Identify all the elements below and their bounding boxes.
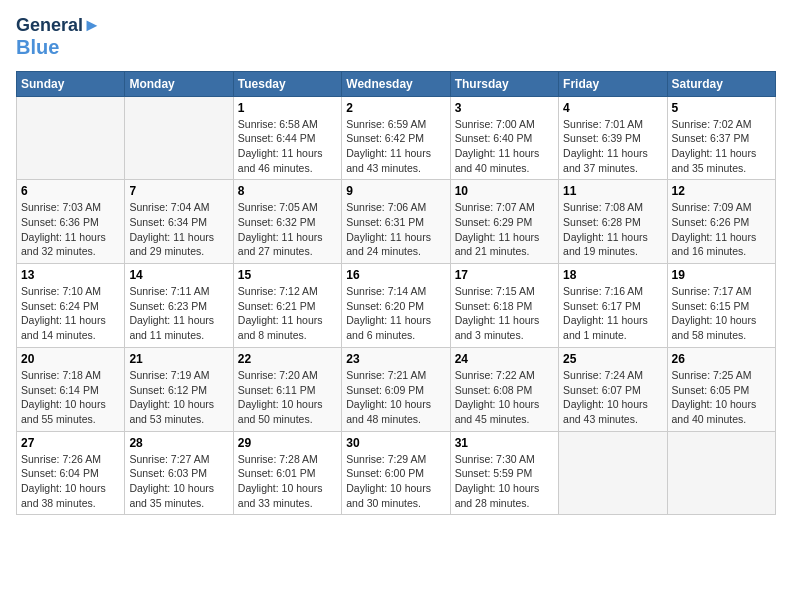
calendar-week-5: 27Sunrise: 7:26 AMSunset: 6:04 PMDayligh… (17, 431, 776, 515)
day-info: Sunrise: 7:16 AMSunset: 6:17 PMDaylight:… (563, 284, 662, 343)
calendar-cell: 2Sunrise: 6:59 AMSunset: 6:42 PMDaylight… (342, 96, 450, 180)
calendar-cell: 11Sunrise: 7:08 AMSunset: 6:28 PMDayligh… (559, 180, 667, 264)
day-number: 2 (346, 101, 445, 115)
calendar-cell: 10Sunrise: 7:07 AMSunset: 6:29 PMDayligh… (450, 180, 558, 264)
day-info: Sunrise: 7:15 AMSunset: 6:18 PMDaylight:… (455, 284, 554, 343)
day-info: Sunrise: 7:18 AMSunset: 6:14 PMDaylight:… (21, 368, 120, 427)
calendar-cell (559, 431, 667, 515)
day-info: Sunrise: 7:03 AMSunset: 6:36 PMDaylight:… (21, 200, 120, 259)
col-header-sunday: Sunday (17, 71, 125, 96)
day-info: Sunrise: 7:11 AMSunset: 6:23 PMDaylight:… (129, 284, 228, 343)
day-info: Sunrise: 7:08 AMSunset: 6:28 PMDaylight:… (563, 200, 662, 259)
day-number: 16 (346, 268, 445, 282)
calendar-table: SundayMondayTuesdayWednesdayThursdayFrid… (16, 71, 776, 516)
day-number: 12 (672, 184, 771, 198)
calendar-cell: 28Sunrise: 7:27 AMSunset: 6:03 PMDayligh… (125, 431, 233, 515)
calendar-cell: 21Sunrise: 7:19 AMSunset: 6:12 PMDayligh… (125, 347, 233, 431)
calendar-cell (17, 96, 125, 180)
calendar-cell: 17Sunrise: 7:15 AMSunset: 6:18 PMDayligh… (450, 264, 558, 348)
calendar-week-4: 20Sunrise: 7:18 AMSunset: 6:14 PMDayligh… (17, 347, 776, 431)
day-number: 5 (672, 101, 771, 115)
day-info: Sunrise: 6:59 AMSunset: 6:42 PMDaylight:… (346, 117, 445, 176)
calendar-cell: 26Sunrise: 7:25 AMSunset: 6:05 PMDayligh… (667, 347, 775, 431)
day-number: 13 (21, 268, 120, 282)
calendar-cell: 5Sunrise: 7:02 AMSunset: 6:37 PMDaylight… (667, 96, 775, 180)
day-info: Sunrise: 7:29 AMSunset: 6:00 PMDaylight:… (346, 452, 445, 511)
day-info: Sunrise: 7:27 AMSunset: 6:03 PMDaylight:… (129, 452, 228, 511)
day-number: 17 (455, 268, 554, 282)
calendar-cell: 24Sunrise: 7:22 AMSunset: 6:08 PMDayligh… (450, 347, 558, 431)
day-info: Sunrise: 7:04 AMSunset: 6:34 PMDaylight:… (129, 200, 228, 259)
day-number: 6 (21, 184, 120, 198)
calendar-cell: 3Sunrise: 7:00 AMSunset: 6:40 PMDaylight… (450, 96, 558, 180)
day-number: 8 (238, 184, 337, 198)
day-info: Sunrise: 7:30 AMSunset: 5:59 PMDaylight:… (455, 452, 554, 511)
day-info: Sunrise: 7:28 AMSunset: 6:01 PMDaylight:… (238, 452, 337, 511)
day-info: Sunrise: 7:09 AMSunset: 6:26 PMDaylight:… (672, 200, 771, 259)
day-info: Sunrise: 7:21 AMSunset: 6:09 PMDaylight:… (346, 368, 445, 427)
day-number: 20 (21, 352, 120, 366)
col-header-friday: Friday (559, 71, 667, 96)
calendar-cell: 12Sunrise: 7:09 AMSunset: 6:26 PMDayligh… (667, 180, 775, 264)
logo-text: General►Blue (16, 16, 101, 59)
logo-general: General (16, 15, 83, 35)
calendar-cell: 20Sunrise: 7:18 AMSunset: 6:14 PMDayligh… (17, 347, 125, 431)
day-info: Sunrise: 6:58 AMSunset: 6:44 PMDaylight:… (238, 117, 337, 176)
day-number: 19 (672, 268, 771, 282)
day-number: 4 (563, 101, 662, 115)
day-number: 18 (563, 268, 662, 282)
day-info: Sunrise: 7:19 AMSunset: 6:12 PMDaylight:… (129, 368, 228, 427)
calendar-cell (125, 96, 233, 180)
day-info: Sunrise: 7:01 AMSunset: 6:39 PMDaylight:… (563, 117, 662, 176)
calendar-week-2: 6Sunrise: 7:03 AMSunset: 6:36 PMDaylight… (17, 180, 776, 264)
day-number: 21 (129, 352, 228, 366)
calendar-cell: 1Sunrise: 6:58 AMSunset: 6:44 PMDaylight… (233, 96, 341, 180)
day-info: Sunrise: 7:17 AMSunset: 6:15 PMDaylight:… (672, 284, 771, 343)
calendar-cell: 9Sunrise: 7:06 AMSunset: 6:31 PMDaylight… (342, 180, 450, 264)
day-number: 24 (455, 352, 554, 366)
calendar-cell: 30Sunrise: 7:29 AMSunset: 6:00 PMDayligh… (342, 431, 450, 515)
calendar-cell: 16Sunrise: 7:14 AMSunset: 6:20 PMDayligh… (342, 264, 450, 348)
calendar-cell: 19Sunrise: 7:17 AMSunset: 6:15 PMDayligh… (667, 264, 775, 348)
day-number: 22 (238, 352, 337, 366)
day-number: 1 (238, 101, 337, 115)
day-number: 10 (455, 184, 554, 198)
calendar-week-3: 13Sunrise: 7:10 AMSunset: 6:24 PMDayligh… (17, 264, 776, 348)
col-header-tuesday: Tuesday (233, 71, 341, 96)
day-number: 26 (672, 352, 771, 366)
day-info: Sunrise: 7:24 AMSunset: 6:07 PMDaylight:… (563, 368, 662, 427)
day-info: Sunrise: 7:06 AMSunset: 6:31 PMDaylight:… (346, 200, 445, 259)
day-info: Sunrise: 7:10 AMSunset: 6:24 PMDaylight:… (21, 284, 120, 343)
day-number: 31 (455, 436, 554, 450)
calendar-cell: 4Sunrise: 7:01 AMSunset: 6:39 PMDaylight… (559, 96, 667, 180)
calendar-cell: 29Sunrise: 7:28 AMSunset: 6:01 PMDayligh… (233, 431, 341, 515)
day-number: 30 (346, 436, 445, 450)
col-header-monday: Monday (125, 71, 233, 96)
day-info: Sunrise: 7:02 AMSunset: 6:37 PMDaylight:… (672, 117, 771, 176)
day-info: Sunrise: 7:07 AMSunset: 6:29 PMDaylight:… (455, 200, 554, 259)
day-info: Sunrise: 7:05 AMSunset: 6:32 PMDaylight:… (238, 200, 337, 259)
col-header-wednesday: Wednesday (342, 71, 450, 96)
calendar-cell: 7Sunrise: 7:04 AMSunset: 6:34 PMDaylight… (125, 180, 233, 264)
calendar-cell: 25Sunrise: 7:24 AMSunset: 6:07 PMDayligh… (559, 347, 667, 431)
day-number: 23 (346, 352, 445, 366)
day-number: 15 (238, 268, 337, 282)
day-number: 29 (238, 436, 337, 450)
calendar-cell: 8Sunrise: 7:05 AMSunset: 6:32 PMDaylight… (233, 180, 341, 264)
day-info: Sunrise: 7:25 AMSunset: 6:05 PMDaylight:… (672, 368, 771, 427)
calendar-cell: 27Sunrise: 7:26 AMSunset: 6:04 PMDayligh… (17, 431, 125, 515)
col-header-thursday: Thursday (450, 71, 558, 96)
calendar-cell: 18Sunrise: 7:16 AMSunset: 6:17 PMDayligh… (559, 264, 667, 348)
day-number: 27 (21, 436, 120, 450)
calendar-cell: 31Sunrise: 7:30 AMSunset: 5:59 PMDayligh… (450, 431, 558, 515)
calendar-header-row: SundayMondayTuesdayWednesdayThursdayFrid… (17, 71, 776, 96)
day-number: 14 (129, 268, 228, 282)
col-header-saturday: Saturday (667, 71, 775, 96)
logo: General►Blue (16, 16, 101, 59)
day-info: Sunrise: 7:12 AMSunset: 6:21 PMDaylight:… (238, 284, 337, 343)
calendar-cell: 15Sunrise: 7:12 AMSunset: 6:21 PMDayligh… (233, 264, 341, 348)
page-header: General►Blue (16, 16, 776, 59)
day-info: Sunrise: 7:26 AMSunset: 6:04 PMDaylight:… (21, 452, 120, 511)
day-number: 3 (455, 101, 554, 115)
calendar-cell: 13Sunrise: 7:10 AMSunset: 6:24 PMDayligh… (17, 264, 125, 348)
